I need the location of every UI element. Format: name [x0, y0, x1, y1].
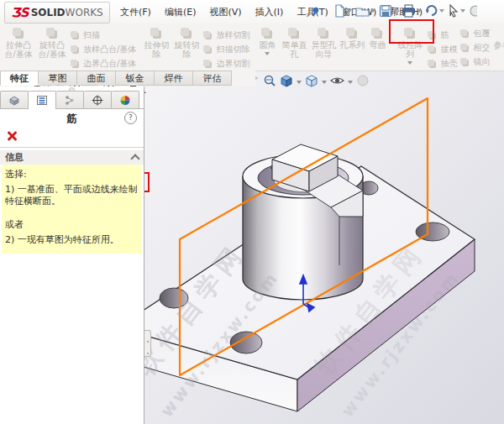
- tab-weldments[interactable]: 焊件: [155, 71, 193, 86]
- hole-wizard-button[interactable]: 异型孔向导: [308, 25, 339, 59]
- menu-bar: ƷS SOLID WORKS 文件(F) 编辑(E) 视图(V) 插入(I) 工…: [0, 0, 504, 24]
- ribbon-group-cut: 拉伸切除 旋转切除 放样切割 扫描切除 边界切割: [139, 24, 251, 71]
- feature-manager-tab[interactable]: [0, 91, 29, 108]
- revolved-boss-icon: [45, 27, 60, 39]
- select-button[interactable]: [447, 4, 466, 18]
- mirror-icon: [459, 57, 470, 67]
- revolved-cut-icon: [179, 27, 194, 39]
- revolved-cut-button[interactable]: 旋转切除: [171, 25, 202, 59]
- edit-appearance-icon[interactable]: [356, 74, 370, 90]
- extruded-boss-base-button[interactable]: 拉伸凸台/基体: [2, 25, 35, 59]
- swept-cut-icon: [202, 44, 213, 55]
- intersect-icon: [459, 43, 470, 53]
- rib-button[interactable]: 筋: [426, 28, 457, 42]
- lofted-cut-button[interactable]: 放样切割: [202, 28, 249, 42]
- flex-icon: [370, 27, 385, 39]
- configuration-manager-tab[interactable]: [56, 91, 84, 108]
- fillet-button[interactable]: 圆角: [255, 25, 280, 55]
- wrap-icon: [459, 29, 470, 39]
- menu-edit[interactable]: 编辑(E): [158, 6, 203, 18]
- menu-view[interactable]: 视图(V): [202, 6, 248, 18]
- undo-button[interactable]: [424, 4, 445, 18]
- menu-file[interactable]: 文件(F): [113, 6, 158, 18]
- solidworks-window: ƷS SOLID WORKS 文件(F) 编辑(E) 视图(V) 插入(I) 工…: [0, 0, 504, 424]
- rebuild-button[interactable]: [468, 4, 478, 18]
- property-manager-title: 筋 ?: [0, 110, 144, 127]
- hide-show-items-icon[interactable]: [330, 74, 344, 90]
- linear-pattern-button[interactable]: 线性阵列: [394, 25, 426, 65]
- boundary-cut-icon: [202, 59, 213, 69]
- collapse-chevron-icon[interactable]: [130, 154, 139, 163]
- shell-button[interactable]: 抽壳: [426, 56, 457, 71]
- reference-geometry-button[interactable]: 参考几何体: [493, 25, 504, 65]
- swept-boss-icon: [69, 30, 81, 40]
- lofted-boss-icon: [69, 44, 81, 55]
- tab-evaluate[interactable]: 评估: [193, 71, 232, 86]
- hole-series-icon: [344, 27, 360, 39]
- message-line: 2) 一现有草图为特征所用。: [5, 234, 138, 246]
- dimxpert-manager-tab[interactable]: [84, 91, 112, 108]
- property-manager-tab[interactable]: [29, 91, 56, 109]
- pin-menu-icon[interactable]: [310, 6, 322, 20]
- ribbon-group-wrap: 包覆 相交 镜向: [459, 24, 490, 71]
- cancel-icon[interactable]: [6, 130, 17, 141]
- new-file-button[interactable]: [333, 4, 353, 18]
- mirror-button[interactable]: 镜向: [459, 55, 490, 69]
- help-icon[interactable]: ?: [124, 112, 137, 124]
- extruded-boss-icon: [11, 27, 26, 39]
- view-settings-icon[interactable]: [263, 74, 276, 90]
- solidworks-logo: ƷS SOLID WORKS: [4, 2, 110, 24]
- message-line: 选择:: [5, 169, 138, 181]
- ribbon-group-reference: 参考几何体 曲线: [491, 24, 504, 71]
- lofted-boss-button[interactable]: 放样凸台/基体: [69, 42, 136, 56]
- save-button[interactable]: [378, 4, 399, 18]
- display-manager-tab[interactable]: [112, 91, 139, 108]
- fillet-icon: [260, 27, 275, 39]
- intersect-button[interactable]: 相交: [459, 40, 490, 55]
- shell-icon: [426, 59, 438, 69]
- ribbon-group-boss: 拉伸凸台/基体 旋转凸台/基体 扫描 放样凸台/基体 边界凸台/基体: [0, 24, 138, 71]
- print-button[interactable]: [401, 4, 423, 18]
- quick-access-toolbar: [333, 4, 478, 18]
- panel-resize-grip[interactable]: [144, 330, 151, 357]
- property-manager-panel: 筋 ? 信息 选择: 1) 一基准面、平面或边线来绘制特征横断面。 或者 2) …: [0, 86, 144, 424]
- message-line: 1) 一基准面、平面或边线来绘制特征横断面。: [5, 184, 138, 207]
- ribbon-group-pattern: 线性阵列 筋 拔模 抽壳: [392, 24, 459, 71]
- extruded-cut-icon: [149, 27, 164, 39]
- rib-icon: [426, 30, 438, 40]
- draft-button[interactable]: 拔模: [426, 42, 457, 56]
- flex-button[interactable]: 弯曲: [365, 25, 389, 50]
- menu-insert[interactable]: 插入(I): [249, 6, 291, 18]
- wrap-button[interactable]: 包覆: [459, 26, 490, 40]
- divider: [0, 147, 144, 148]
- message-line: 或者: [5, 219, 138, 231]
- simple-hole-icon: [286, 27, 302, 39]
- simple-hole-button[interactable]: 简单直孔: [280, 25, 308, 59]
- display-style-icon[interactable]: [305, 74, 318, 90]
- ds-logo-icon: ƷS: [11, 5, 28, 20]
- rib-title: 筋: [0, 112, 144, 126]
- ribbon-toolbar: 拉伸凸台/基体 旋转凸台/基体 扫描 放样凸台/基体 边界凸台/基体: [0, 24, 504, 71]
- linear-pattern-icon: [402, 27, 417, 39]
- info-message-box: 选择: 1) 一基准面、平面或边线来绘制特征横断面。 或者 2) 一现有草图为特…: [2, 165, 141, 254]
- lofted-cut-icon: [202, 30, 213, 40]
- revolved-boss-base-button[interactable]: 旋转凸台/基体: [35, 25, 69, 59]
- swept-cut-button[interactable]: 扫描切除: [202, 42, 249, 56]
- boundary-boss-button[interactable]: 边界凸台/基体: [69, 56, 136, 71]
- panel-tab-bar: [0, 91, 144, 109]
- hole-wizard-icon: [316, 27, 331, 39]
- extruded-cut-button[interactable]: 拉伸切除: [141, 25, 171, 59]
- draft-icon: [426, 44, 438, 55]
- boundary-cut-button[interactable]: 边界切割: [202, 56, 249, 71]
- view-orientation-icon[interactable]: [280, 74, 293, 90]
- ribbon-group-features: 圆角 简单直孔 异型孔向导 孔系列 弯曲: [253, 24, 391, 71]
- info-section-header[interactable]: 信息: [0, 150, 144, 165]
- model-viewport[interactable]: [144, 71, 504, 424]
- boundary-boss-icon: [69, 59, 81, 69]
- swept-boss-button[interactable]: 扫描: [69, 28, 136, 42]
- open-file-button[interactable]: [354, 4, 376, 18]
- hole-series-button[interactable]: 孔系列: [339, 25, 365, 50]
